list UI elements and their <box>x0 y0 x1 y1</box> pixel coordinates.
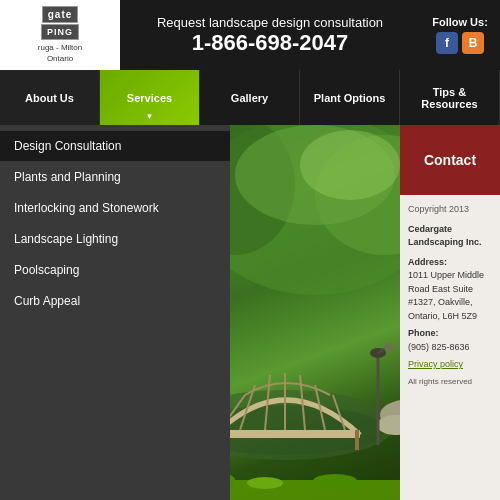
logo-location: ruga - Milton Ontario <box>38 43 82 64</box>
garden-scene-svg <box>230 125 400 500</box>
follow-us-label: Follow Us: <box>432 16 488 28</box>
main-nav: About Us Services ▼ Gallery Plant Option… <box>0 70 500 125</box>
logo-sub: PING <box>41 24 79 40</box>
phone-number: 1-866-698-2047 <box>120 30 420 56</box>
garden-background <box>230 125 400 500</box>
garden-image-area <box>230 125 400 500</box>
header-center: Request landscape design consultation 1-… <box>120 15 420 56</box>
dropdown-landscape-lighting[interactable]: Landscape Lighting <box>0 224 230 255</box>
main-content: Design Consultation Plants and Planning … <box>0 125 500 500</box>
phone-label: Phone: <box>408 327 492 341</box>
copyright-text: Copyright 2013 <box>408 203 492 217</box>
right-sidebar: Contact Copyright 2013 Cedargate Landsca… <box>400 125 500 500</box>
nav-about-us[interactable]: About Us <box>0 70 100 125</box>
sidebar-info: Copyright 2013 Cedargate Landscaping Inc… <box>400 195 500 500</box>
consultation-title: Request landscape design consultation <box>120 15 420 30</box>
svg-point-27 <box>384 343 394 351</box>
dropdown-arrow-icon: ▼ <box>146 112 154 121</box>
svg-point-4 <box>300 130 400 200</box>
address-text: 1011 Upper Middle Road East Suite #1327,… <box>408 269 492 323</box>
logo-name: gate <box>48 9 73 20</box>
company-name: Cedargate Landscaping Inc. <box>408 223 492 250</box>
dropdown-curb-appeal[interactable]: Curb Appeal <box>0 286 230 317</box>
logo-area: gate PING ruga - Milton Ontario <box>0 0 120 70</box>
services-dropdown: Design Consultation Plants and Planning … <box>0 125 230 500</box>
logo-box: gate <box>42 6 79 23</box>
facebook-icon[interactable]: f <box>436 32 458 54</box>
svg-rect-11 <box>230 430 360 438</box>
header-right: Follow Us: f B <box>420 0 500 70</box>
contact-button[interactable]: Contact <box>400 125 500 195</box>
nav-gallery[interactable]: Gallery <box>200 70 300 125</box>
dropdown-design-consultation[interactable]: Design Consultation <box>0 131 230 162</box>
nav-plant-options[interactable]: Plant Options <box>300 70 400 125</box>
privacy-policy-link[interactable]: Privacy policy <box>408 358 492 372</box>
address-label: Address: <box>408 256 492 270</box>
dropdown-plants-planning[interactable]: Plants and Planning <box>0 162 230 193</box>
header: gate PING ruga - Milton Ontario Request … <box>0 0 500 70</box>
svg-point-30 <box>247 477 283 489</box>
phone-text: (905) 825-8636 <box>408 341 492 355</box>
dropdown-interlocking-stonework[interactable]: Interlocking and Stonework <box>0 193 230 224</box>
svg-point-31 <box>313 474 357 488</box>
blog-icon[interactable]: B <box>462 32 484 54</box>
nav-services[interactable]: Services ▼ <box>100 70 200 125</box>
nav-tips-resources[interactable]: Tips & Resources <box>400 70 500 125</box>
dropdown-poolscaping[interactable]: Poolscaping <box>0 255 230 286</box>
all-rights-reserved: All rights reserved <box>408 376 492 388</box>
social-icons: f B <box>436 32 484 54</box>
